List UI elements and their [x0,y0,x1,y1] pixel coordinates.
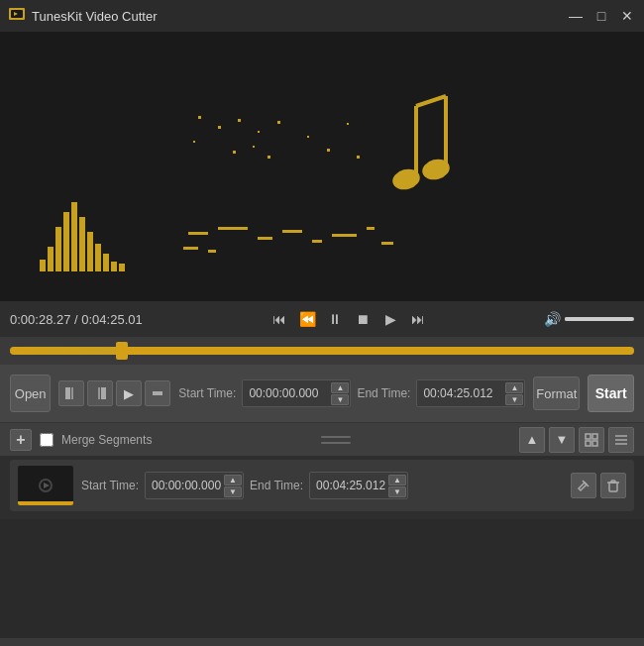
preview-btn[interactable]: ▶ [116,380,142,406]
end-time-up[interactable]: ▲ [505,382,523,393]
svg-rect-37 [321,442,351,444]
progress-track[interactable] [10,347,634,355]
svg-rect-18 [258,237,272,240]
title-bar: TunesKit Video Cutter — □ ✕ [0,0,644,32]
segment-start-up[interactable]: ▲ [224,475,242,485]
progress-area[interactable] [0,337,644,365]
move-down-button[interactable]: ▼ [549,427,575,453]
svg-rect-12 [307,136,309,138]
maximize-button[interactable]: □ [592,7,610,25]
skip-forward-btn[interactable]: ⏭ [406,307,430,331]
volume-slider[interactable] [565,317,634,321]
segments-controls: ▲ ▼ [519,427,634,453]
eq-visualizer [40,202,125,271]
start-time-up[interactable]: ▲ [331,382,349,393]
svg-rect-36 [321,436,351,438]
svg-rect-14 [347,123,349,125]
svg-rect-31 [65,387,70,399]
app-title: TunesKit Video Cutter [32,9,567,24]
segments-list: Start Time: ▲ ▼ End Time: ▲ ▼ [0,456,644,519]
segment-end-down[interactable]: ▼ [388,486,406,497]
svg-rect-17 [218,227,248,230]
segment-end-spinners: ▲ ▼ [388,475,406,497]
eq-bar [79,217,85,271]
mark-out-btn[interactable] [87,380,113,406]
music-note [357,86,476,225]
thumbnail-view-button[interactable] [579,427,604,453]
pause-btn[interactable]: ⏸ [323,307,347,331]
svg-rect-16 [188,232,208,235]
eq-bar [111,262,117,271]
segment-times: Start Time: ▲ ▼ End Time: ▲ ▼ [81,472,563,499]
segment-end-up[interactable]: ▲ [388,475,406,485]
remaining-area [0,519,644,638]
eq-bar [87,232,93,271]
segment-start-spinners: ▲ ▼ [224,475,242,497]
open-button[interactable]: Open [10,375,51,412]
end-time-down[interactable]: ▼ [505,394,523,405]
svg-rect-23 [381,242,393,245]
progress-fill [10,347,122,355]
table-row: Start Time: ▲ ▼ End Time: ▲ ▼ [10,460,634,511]
minimize-button[interactable]: — [567,7,585,25]
svg-rect-19 [282,230,302,233]
scatter-dots [178,111,376,170]
volume-fill [565,317,606,321]
delete-segment-button[interactable] [600,473,626,498]
clip-controls: ▶ [58,380,170,406]
merge-label: Merge Segments [61,433,152,447]
segment-actions [571,473,626,498]
cut-btn[interactable] [145,380,170,406]
svg-rect-8 [193,141,195,143]
eq-bar [71,202,77,271]
svg-rect-38 [586,434,590,439]
segments-header: + Merge Segments ▲ ▼ [0,422,644,456]
play-btn[interactable]: ▶ [378,307,402,331]
svg-rect-50 [611,481,615,483]
eq-bar [95,244,101,271]
segment-start-label: Start Time: [81,479,139,492]
transport-controls: ⏮ ⏪ ⏸ ⏹ ▶ ⏭ [161,307,536,331]
stop-btn[interactable]: ⏹ [351,307,375,331]
segment-start-down[interactable]: ▼ [224,486,242,497]
skip-back-btn[interactable]: ⏮ [268,307,291,331]
app-icon [8,7,26,25]
end-time-label: End Time: [357,386,410,400]
start-time-spinners: ▲ ▼ [331,382,349,405]
list-view-button[interactable] [608,427,634,453]
svg-rect-20 [312,240,322,243]
svg-rect-35 [153,391,162,395]
svg-line-28 [416,96,446,106]
svg-rect-41 [592,441,597,446]
start-time-label: Start Time: [178,386,236,400]
svg-marker-46 [44,483,50,488]
svg-rect-5 [238,119,241,122]
start-button[interactable]: Start [588,375,634,412]
end-time-spinners: ▲ ▼ [505,382,523,405]
svg-rect-33 [101,387,106,399]
segment-end-label: End Time: [250,479,303,492]
segment-time-bar [18,501,73,505]
format-button[interactable]: Format [533,377,580,410]
control-strip: Open ▶ Start Time: ▲ ▼ End Time: ▲ ▼ [0,365,644,422]
start-time-down[interactable]: ▼ [331,394,349,405]
close-button[interactable]: ✕ [618,7,636,25]
mark-in-btn[interactable] [58,380,84,406]
eq-bar [55,227,61,271]
volume-area: 🔊 [544,311,634,327]
segment-end-wrap: ▲ ▼ [309,472,408,499]
svg-rect-3 [198,116,201,119]
svg-rect-39 [592,434,597,439]
move-up-button[interactable]: ▲ [519,427,545,453]
svg-rect-21 [332,234,357,237]
svg-rect-9 [233,151,236,154]
end-time-wrap: ▲ ▼ [416,379,525,407]
merge-checkbox[interactable] [40,433,54,447]
video-preview [0,32,644,301]
edit-segment-button[interactable] [571,473,596,498]
svg-rect-13 [327,149,330,152]
add-segment-button[interactable]: + [10,429,32,451]
step-back-btn[interactable]: ⏪ [295,307,319,331]
svg-rect-4 [218,126,221,129]
eq-bar [63,212,69,271]
